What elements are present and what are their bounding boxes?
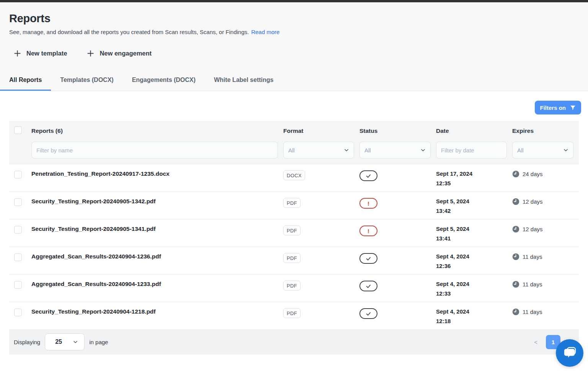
filters-on-button[interactable]: Filters on (535, 101, 581, 114)
report-time: 12:18 (436, 318, 512, 324)
expires-text: 12 days (523, 226, 543, 232)
in-page-label: in page (89, 339, 108, 345)
date-filter-wrap (436, 142, 507, 159)
status-icon: ! (359, 253, 377, 264)
expires-text: 11 days (523, 253, 542, 260)
row-checkbox[interactable] (14, 198, 22, 206)
format-filter-select[interactable]: All (283, 142, 354, 159)
check-icon (366, 311, 371, 317)
status-icon: ! (359, 170, 377, 181)
report-date: Sept 5, 2024 (436, 198, 512, 204)
page-title: Reports (9, 12, 579, 25)
select-all-checkbox[interactable] (14, 126, 22, 134)
exclamation-icon: ! (368, 201, 369, 206)
tab-templates-docx[interactable]: Templates (DOCX) (51, 70, 122, 91)
status-icon: ! (359, 281, 377, 291)
expires-filter-value: All (517, 147, 524, 154)
status-filter-value: All (364, 147, 371, 154)
report-name[interactable]: Security_Testing_Report-20240904-1218.pd… (31, 308, 156, 315)
table-row: Security_Testing_Report-20240904-1218.pd… (9, 302, 579, 329)
page-size-value: 25 (55, 338, 62, 345)
date-filter-input[interactable] (441, 147, 502, 154)
report-time: 12:36 (436, 263, 512, 269)
table-row: Security_Testing_Report-20240905-1342.pd… (9, 191, 579, 219)
row-checkbox[interactable] (14, 309, 22, 316)
filters-on-label: Filters on (540, 105, 566, 111)
filters-toolbar: Filters on (0, 91, 588, 121)
column-status: Status (359, 127, 377, 134)
chevron-down-icon (344, 147, 349, 153)
exclamation-icon: ! (368, 228, 369, 234)
reports-table: Reports (6) Format Status Date Expires A… (9, 121, 579, 329)
clock-icon (512, 170, 519, 178)
column-format: Format (283, 127, 304, 134)
name-filter-input[interactable] (36, 147, 273, 154)
tab-all-reports[interactable]: All Reports (0, 70, 51, 91)
status-icon: ! (359, 308, 377, 319)
row-checkbox[interactable] (14, 226, 22, 234)
tab-bar: All Reports Templates (DOCX) Engagements… (0, 70, 588, 91)
row-checkbox[interactable] (14, 253, 22, 261)
column-expires: Expires (512, 127, 534, 134)
filter-funnel-icon (570, 105, 576, 111)
format-filter-value: All (288, 147, 295, 154)
displaying-label: Displaying (14, 339, 40, 345)
format-badge: PDF (283, 281, 301, 291)
new-template-label: New template (26, 50, 67, 57)
new-engagement-label: New engagement (100, 50, 152, 57)
tab-engagements-docx[interactable]: Engagements (DOCX) (123, 70, 205, 91)
table-row: Aggregated_Scan_Results-20240904-1233.pd… (9, 274, 579, 302)
page-description-text: See, manage, and download all the report… (9, 29, 249, 35)
clock-icon (512, 308, 519, 315)
status-icon: ! (359, 198, 377, 209)
table-row: Aggregated_Scan_Results-20240904-1236.pd… (9, 247, 579, 274)
status-icon: ! (359, 226, 377, 236)
previous-page-button[interactable]: < (534, 339, 537, 345)
format-badge: PDF (283, 198, 301, 208)
report-time: 13:42 (436, 208, 512, 214)
clock-icon (512, 198, 519, 205)
column-date: Date (436, 127, 449, 134)
report-name[interactable]: Security_Testing_Report-20240905-1341.pd… (31, 226, 156, 232)
format-badge: DOCX (283, 170, 305, 180)
chevron-down-icon (563, 147, 568, 153)
report-name[interactable]: Aggregated_Scan_Results-20240904-1236.pd… (31, 253, 161, 260)
expires-text: 12 days (523, 198, 543, 205)
read-more-link[interactable]: Read more (251, 29, 279, 35)
tab-white-label-settings[interactable]: White Label settings (205, 70, 283, 91)
status-filter-select[interactable]: All (359, 142, 431, 159)
report-date: Sept 5, 2024 (436, 226, 512, 232)
table-header: Reports (6) Format Status Date Expires A… (9, 121, 579, 164)
pagination-bar: Displaying 25 in page < 1 (9, 329, 579, 355)
report-name[interactable]: Penetration_Testing_Report-20240917-1235… (31, 170, 170, 177)
plus-icon (87, 50, 94, 57)
report-date: Sept 4, 2024 (436, 281, 512, 287)
expires-text: 11 days (523, 281, 542, 288)
plus-icon (14, 50, 21, 57)
report-name[interactable]: Security_Testing_Report-20240905-1342.pd… (31, 198, 156, 204)
pagination-controls: < 1 (534, 335, 560, 349)
report-time: 12:35 (436, 180, 512, 186)
expires-text: 24 days (523, 171, 543, 177)
expires-filter-select[interactable]: All (512, 142, 573, 159)
new-template-button[interactable]: New template (14, 50, 67, 57)
chat-widget-button[interactable] (556, 339, 583, 367)
page-size-select[interactable]: 25 (45, 333, 85, 350)
report-date: Sept 4, 2024 (436, 253, 512, 260)
report-name[interactable]: Aggregated_Scan_Results-20240904-1233.pd… (31, 281, 161, 287)
name-filter-wrap (31, 142, 278, 159)
table-row: Security_Testing_Report-20240905-1341.pd… (9, 219, 579, 247)
row-checkbox[interactable] (14, 281, 22, 289)
row-checkbox[interactable] (14, 171, 22, 178)
clock-icon (512, 226, 519, 233)
chevron-down-icon (420, 147, 426, 153)
chat-icon (562, 345, 577, 361)
new-engagement-button[interactable]: New engagement (87, 50, 152, 57)
format-badge: PDF (283, 226, 301, 235)
header-actions: New template New engagement (9, 50, 579, 70)
reports-page: Reports See, manage, and download all th… (0, 0, 588, 371)
clock-icon (512, 281, 519, 288)
check-icon (366, 256, 371, 261)
report-date: Sept 4, 2024 (436, 308, 512, 315)
check-icon (366, 173, 371, 179)
